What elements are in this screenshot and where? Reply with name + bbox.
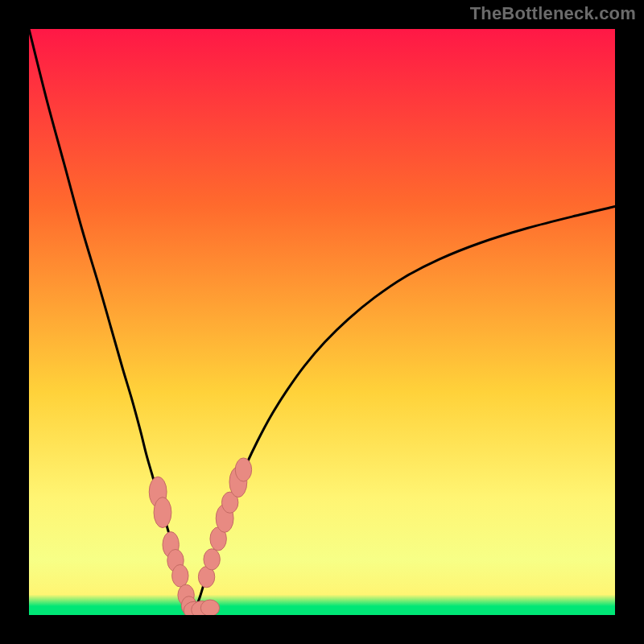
chart-svg [29,29,615,615]
data-dot [235,458,251,481]
data-dot [204,549,220,570]
data-dot [172,564,188,587]
data-dot [200,600,219,615]
gradient-background [29,29,615,615]
watermark-text: TheBottleneck.com [470,3,636,24]
plot-area [29,29,615,615]
chart-frame: TheBottleneck.com [0,0,644,644]
data-dot [154,497,171,528]
